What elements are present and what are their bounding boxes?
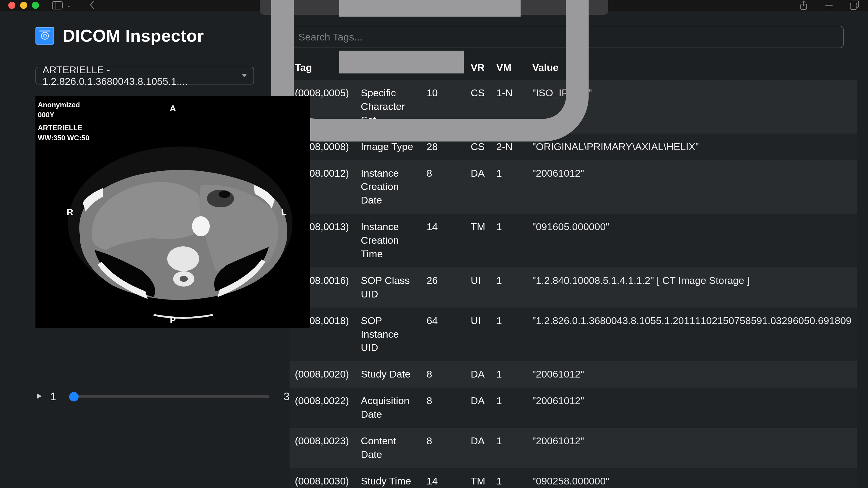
- cell-vm: 1: [491, 214, 527, 267]
- cell-length: 14: [421, 468, 465, 488]
- app-logo-icon: [35, 27, 54, 44]
- cell-value: "20061012": [527, 160, 857, 214]
- cell-name: SOP Class UID: [355, 267, 421, 307]
- svg-point-15: [41, 32, 49, 39]
- share-icon[interactable]: [798, 0, 809, 11]
- cell-name: Study Date: [355, 361, 421, 388]
- cell-tag: (0008,0023): [289, 428, 355, 468]
- svg-point-18: [192, 216, 210, 236]
- chevron-down-icon: ⌄: [67, 2, 72, 9]
- svg-point-16: [43, 34, 46, 37]
- cell-length: 8: [421, 388, 465, 428]
- cell-value: "091605.000000": [527, 214, 857, 267]
- browser-toolbar: ⌄ dicom-tag-browser.vercel.app: [0, 0, 868, 11]
- table-row[interactable]: (0008,0013)Instance Creation Time14TM1"0…: [289, 214, 857, 267]
- cell-name: Instance Creation Date: [355, 160, 421, 214]
- cell-vm: 1: [491, 307, 527, 361]
- cell-length: 8: [421, 428, 465, 468]
- cell-value: "20061012": [527, 428, 857, 468]
- series-selected-text: ARTERIELLE - 1.2.826.0.1.3680043.8.1055.…: [42, 64, 239, 87]
- app-title-text: DICOM Inspector: [63, 26, 204, 45]
- table-row[interactable]: (0008,0016)SOP Class UID26UI1"1.2.840.10…: [289, 267, 857, 307]
- cell-vr: TM: [465, 468, 491, 488]
- window-controls: [8, 2, 39, 9]
- cell-name: Content Date: [355, 428, 421, 468]
- play-icon[interactable]: [35, 393, 42, 401]
- cell-vr: DA: [465, 361, 491, 388]
- cell-length: 64: [421, 307, 465, 361]
- cell-name: Instance Creation Time: [355, 214, 421, 267]
- slice-slider[interactable]: [70, 395, 270, 398]
- cell-value: "1.2.840.10008.5.1.4.1.1.2" [ CT Image S…: [527, 267, 857, 307]
- table-row[interactable]: (0008,0018)SOP Instance UID64UI1"1.2.826…: [289, 307, 857, 361]
- cell-value: "20061012": [527, 388, 857, 428]
- tabs-icon[interactable]: [849, 0, 860, 11]
- cell-vr: DA: [465, 388, 491, 428]
- cell-length: 8: [421, 160, 465, 214]
- cell-vm: 1: [491, 428, 527, 468]
- table-row[interactable]: (0008,0020)Study Date8DA1"20061012": [289, 361, 857, 388]
- cell-length: 14: [421, 214, 465, 267]
- cell-vr: DA: [465, 428, 491, 468]
- cell-tag: (0008,0022): [289, 388, 355, 428]
- orientation-posterior: P: [170, 315, 176, 325]
- toolbar-right: [798, 0, 860, 11]
- image-viewport[interactable]: Anonymized 000Y ARTERIELLE WW:350 WC:50 …: [35, 96, 310, 328]
- reader-icon[interactable]: [260, 0, 600, 153]
- table-row[interactable]: (0008,0022)Acquisition Date8DA1"20061012…: [289, 388, 857, 428]
- cell-tag: (0008,0030): [289, 468, 355, 488]
- window-maximize-button[interactable]: [32, 2, 39, 9]
- cell-vm: 1: [491, 160, 527, 214]
- slice-current: 1: [50, 391, 56, 403]
- svg-rect-0: [52, 1, 62, 9]
- cell-name: SOP Instance UID: [355, 307, 421, 361]
- overlay-patient: Anonymized 000Y: [38, 100, 80, 120]
- sidebar-toggle-button[interactable]: ⌄: [52, 1, 72, 10]
- cell-value: "090258.000000": [527, 468, 857, 488]
- cell-value: "1.2.826.0.1.3680043.8.1055.1.2011110215…: [527, 307, 857, 361]
- cell-vm: 1: [491, 388, 527, 428]
- svg-marker-24: [37, 394, 42, 399]
- cell-length: 8: [421, 361, 465, 388]
- table-row[interactable]: (0008,0030)Study Time14TM1"090258.000000…: [289, 468, 857, 488]
- svg-point-19: [167, 246, 199, 271]
- cell-vr: UI: [465, 307, 491, 361]
- cell-vm: 1: [491, 267, 527, 307]
- cell-name: Study Time: [355, 468, 421, 488]
- orientation-anterior: A: [169, 103, 176, 114]
- window-close-button[interactable]: [8, 2, 16, 9]
- cell-value: "20061012": [527, 361, 857, 388]
- cell-vm: 1: [491, 361, 527, 388]
- svg-point-21: [180, 276, 188, 282]
- cell-vm: 1: [491, 468, 527, 488]
- overlay-series-info: ARTERIELLE WW:350 WC:50: [38, 123, 89, 143]
- left-panel: DICOM Inspector ARTERIELLE - 1.2.826.0.1…: [0, 26, 284, 488]
- svg-rect-14: [850, 3, 857, 9]
- window-minimize-button[interactable]: [20, 2, 27, 9]
- series-select[interactable]: ARTERIELLE - 1.2.826.0.1.3680043.8.1055.…: [35, 67, 254, 85]
- table-row[interactable]: (0008,0023)Content Date8DA1"20061012": [289, 428, 857, 468]
- cell-vr: UI: [465, 267, 491, 307]
- back-button[interactable]: [88, 0, 96, 11]
- orientation-left: L: [281, 207, 286, 217]
- cell-length: 26: [421, 267, 465, 307]
- cell-vr: TM: [465, 214, 491, 267]
- address-bar[interactable]: dicom-tag-browser.vercel.app: [260, 0, 608, 15]
- table-row[interactable]: (0008,0012)Instance Creation Date8DA1"20…: [289, 160, 857, 214]
- app-header: DICOM Inspector: [35, 26, 281, 45]
- svg-point-23: [219, 191, 230, 198]
- orientation-right: R: [67, 207, 73, 217]
- cell-name: Acquisition Date: [355, 388, 421, 428]
- cell-vr: DA: [465, 160, 491, 214]
- cell-tag: (0008,0020): [289, 361, 355, 388]
- slice-controls: 1 361: [35, 391, 301, 403]
- slider-thumb[interactable]: [69, 392, 79, 401]
- new-tab-icon[interactable]: [824, 0, 834, 11]
